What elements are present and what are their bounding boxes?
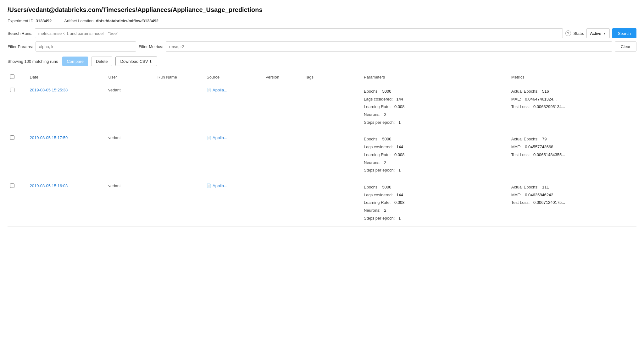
param-line: Lags cosidered: 144 [364, 191, 506, 199]
param-key: Epochs: [364, 183, 379, 191]
param-line: Neurons: 2 [364, 207, 506, 215]
row-checkbox[interactable] [10, 183, 14, 188]
param-key: Learning Rate: [364, 199, 391, 207]
param-key: Steps per epoch: [364, 215, 395, 222]
metric-key: MAE: [511, 191, 521, 199]
filter-row: Filter Params: Filter Metrics: Clear [8, 41, 636, 52]
metric-value: 0.04557743668... [525, 143, 557, 151]
header-tags: Tags [303, 71, 362, 83]
metric-line: MAE: 0.04635846242... [511, 191, 634, 199]
delete-button[interactable]: Delete [91, 57, 113, 66]
run-source[interactable]: 📄Applia... [204, 179, 263, 226]
help-icon[interactable]: ? [565, 30, 571, 36]
run-source[interactable]: 📄Applia... [204, 83, 263, 131]
runs-table: Date User Run Name Source Version Tags P… [8, 71, 636, 227]
param-value: 2 [384, 111, 386, 119]
filter-params-input[interactable] [36, 41, 136, 52]
search-runs-label: Search Runs: [8, 31, 32, 36]
metric-value: 0.04647461324... [525, 95, 557, 103]
run-tags [303, 179, 362, 226]
run-date-link[interactable]: 2019-08-05 15:17:59 [30, 135, 68, 140]
run-params: Epochs: 5000Lags cosidered: 144Learning … [361, 131, 509, 179]
header-version: Version [263, 71, 303, 83]
download-csv-button[interactable]: Download CSV ⬇ [115, 57, 157, 66]
run-user: vedant [106, 83, 155, 131]
param-value: 144 [396, 95, 403, 103]
run-date: 2019-08-05 15:16:03 [27, 179, 106, 226]
metric-key: Actual Epochs: [511, 88, 539, 95]
metric-key: Test Loss: [511, 151, 530, 159]
param-key: Learning Rate: [364, 103, 391, 111]
run-user: vedant [106, 131, 155, 179]
artifact-location: Artifact Location: dbfs:/databricks/mlfl… [64, 19, 158, 23]
param-line: Epochs: 5000 [364, 88, 506, 95]
header-checkbox-col [8, 71, 27, 83]
metric-line: Actual Epochs: 111 [511, 183, 634, 191]
param-key: Neurons: [364, 207, 380, 215]
param-key: Epochs: [364, 135, 379, 143]
param-line: Lags cosidered: 144 [364, 95, 506, 103]
row-checkbox[interactable] [10, 135, 14, 140]
param-value: 1 [398, 166, 401, 174]
header-source: Source [204, 71, 263, 83]
filter-metrics-input[interactable] [166, 41, 612, 52]
run-tags [303, 131, 362, 179]
search-row: Search Runs: ? State: Active ▼ Search [8, 28, 636, 38]
page-title: /Users/vedant@databricks.com/Timeseries/… [8, 6, 636, 14]
run-date-link[interactable]: 2019-08-05 15:25:38 [30, 88, 68, 92]
notebook-icon: 📄 [207, 183, 211, 188]
run-name [155, 131, 204, 179]
state-label: State: [574, 31, 584, 36]
row-checkbox[interactable] [10, 88, 14, 92]
state-dropdown[interactable]: Active ▼ [586, 28, 609, 38]
metric-key: Test Loss: [511, 103, 530, 111]
compare-button[interactable]: Compare [62, 57, 88, 66]
param-value: 144 [396, 143, 403, 151]
metric-key: Actual Epochs: [511, 183, 539, 191]
run-name [155, 179, 204, 226]
param-key: Lags cosidered: [364, 143, 393, 151]
metric-key: Actual Epochs: [511, 135, 539, 143]
param-line: Neurons: 2 [364, 111, 506, 119]
run-source[interactable]: 📄Applia... [204, 131, 263, 179]
metric-line: Test Loss: 0.00632995134... [511, 103, 634, 111]
param-line: Epochs: 5000 [364, 135, 506, 143]
source-link[interactable]: 📄Applia... [207, 88, 261, 92]
param-line: Steps per epoch: 1 [364, 119, 506, 127]
param-line: Steps per epoch: 1 [364, 166, 506, 174]
source-link[interactable]: 📄Applia... [207, 183, 261, 188]
filter-metrics-label: Filter Metrics: [139, 44, 163, 49]
clear-button[interactable]: Clear [615, 41, 636, 52]
header-metrics: Metrics [509, 71, 636, 83]
param-value: 2 [384, 207, 386, 215]
select-all-checkbox[interactable] [10, 74, 14, 79]
run-name [155, 83, 204, 131]
param-value: 1 [398, 215, 401, 222]
experiment-id: Experiment ID: 3133492 [8, 19, 52, 23]
param-value: 0.008 [394, 103, 405, 111]
param-line: Steps per epoch: 1 [364, 215, 506, 222]
param-value: 0.008 [394, 199, 405, 207]
run-metrics: Actual Epochs: 516MAE: 0.04647461324...T… [509, 83, 636, 131]
actions-row: Showing 100 matching runs Compare Delete… [8, 57, 636, 66]
metric-value: 0.00651484355... [533, 151, 565, 159]
header-user: User [106, 71, 155, 83]
run-metrics: Actual Epochs: 79MAE: 0.04557743668...Te… [509, 131, 636, 179]
table-row: 2019-08-05 15:17:59vedant📄Applia...Epoch… [8, 131, 636, 179]
param-line: Lags cosidered: 144 [364, 143, 506, 151]
param-line: Learning Rate: 0.008 [364, 199, 506, 207]
notebook-icon: 📄 [207, 88, 211, 92]
metric-line: Actual Epochs: 516 [511, 88, 634, 95]
search-runs-input[interactable] [35, 28, 563, 38]
param-key: Lags cosidered: [364, 95, 393, 103]
param-line: Epochs: 5000 [364, 183, 506, 191]
header-runname: Run Name [155, 71, 204, 83]
param-value: 5000 [382, 135, 391, 143]
run-date-link[interactable]: 2019-08-05 15:16:03 [30, 183, 68, 188]
source-link[interactable]: 📄Applia... [207, 135, 261, 140]
metric-value: 516 [542, 88, 549, 95]
search-button[interactable]: Search [612, 28, 636, 38]
chevron-down-icon: ▼ [603, 32, 606, 35]
param-key: Lags cosidered: [364, 191, 393, 199]
param-key: Learning Rate: [364, 151, 391, 159]
